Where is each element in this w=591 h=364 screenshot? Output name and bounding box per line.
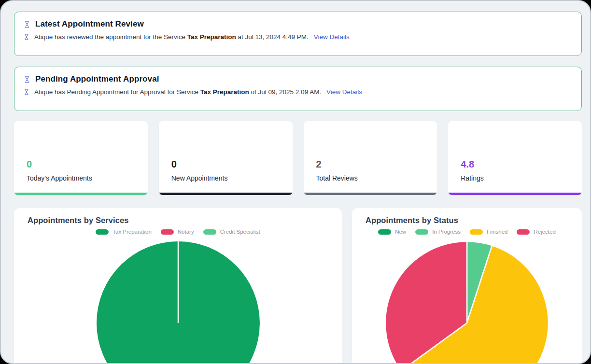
legend-item[interactable]: Credit Specialist	[203, 229, 260, 235]
status-pie-chart	[384, 240, 550, 364]
legend-swatch	[470, 229, 483, 235]
legend-label: Tax Preparation	[113, 229, 152, 235]
services-pie-chart	[95, 240, 261, 364]
legend-item[interactable]: New	[378, 229, 406, 235]
stat-accent-bar	[448, 193, 582, 195]
legend-item[interactable]: Rejected	[517, 229, 555, 235]
charts-row: Appointments by Services Tax Preparation…	[14, 208, 582, 364]
hourglass-icon	[23, 88, 30, 96]
stat-card-total-reviews: 2 Total Reviews	[304, 121, 437, 195]
legend-label: Notary	[178, 229, 194, 235]
appointments-by-status-card: Appointments by Status NewIn ProgressFin…	[352, 208, 582, 364]
legend-label: Rejected	[534, 229, 555, 235]
legend-label: Credit Specialist	[220, 229, 260, 235]
hourglass-icon	[23, 75, 31, 84]
dashboard-content: Latest Appointment Review Atique has rev…	[14, 1, 582, 364]
service-name: Tax Preparation	[187, 33, 236, 41]
legend-item[interactable]: Finished	[470, 229, 507, 235]
legend-item[interactable]: In Progress	[415, 229, 461, 235]
stat-label: Today's Appointments	[27, 174, 148, 182]
legend-swatch	[203, 229, 216, 235]
legend-item[interactable]: Tax Preparation	[96, 229, 152, 235]
stat-accent-bar	[159, 193, 293, 195]
stat-accent-bar	[304, 193, 437, 195]
chart-title: Appointments by Status	[366, 216, 582, 225]
view-details-link[interactable]: View Details	[314, 33, 350, 41]
stat-label: Ratings	[461, 174, 582, 182]
stat-value: 4.8	[461, 158, 582, 170]
service-name: Tax Preparation	[200, 88, 249, 96]
legend-label: New	[395, 229, 406, 235]
pending-appointment-approval-banner: Pending Appointment Approval Atique has …	[14, 67, 582, 111]
stat-accent-bar	[14, 193, 148, 195]
dashboard-window: Latest Appointment Review Atique has rev…	[0, 0, 591, 364]
chart-legend: Tax PreparationNotaryCredit Specialist	[14, 228, 342, 235]
hourglass-icon	[23, 20, 31, 28]
stats-row: 0 Today's Appointments 0 New Appointment…	[14, 121, 582, 195]
banner-message: Atique has Pending Appointment for Appro…	[34, 88, 362, 96]
banner-message: Atique has reviewed the appointment for …	[34, 33, 350, 41]
latest-appointment-review-banner: Latest Appointment Review Atique has rev…	[14, 12, 582, 56]
legend-label: Finished	[487, 229, 507, 235]
hourglass-icon	[23, 33, 30, 41]
legend-swatch	[96, 229, 109, 235]
legend-item[interactable]: Notary	[161, 229, 194, 235]
view-details-link[interactable]: View Details	[326, 88, 362, 96]
legend-swatch	[517, 229, 530, 235]
stat-value: 0	[27, 158, 148, 170]
banner-title: Latest Appointment Review	[35, 19, 144, 29]
stat-label: Total Reviews	[316, 174, 437, 182]
banner-title: Pending Appointment Approval	[35, 74, 159, 84]
legend-swatch	[161, 229, 174, 235]
stat-card-new-appointments: 0 New Appointments	[159, 121, 293, 195]
stat-value: 2	[316, 158, 437, 170]
stat-card-todays-appointments: 0 Today's Appointments	[14, 121, 148, 195]
chart-legend: NewIn ProgressFinishedRejected	[352, 228, 582, 235]
stat-label: New Appointments	[171, 174, 293, 182]
legend-swatch	[378, 229, 391, 235]
stat-card-ratings: 4.8 Ratings	[448, 121, 582, 195]
appointments-by-services-card: Appointments by Services Tax Preparation…	[14, 208, 342, 364]
legend-swatch	[415, 229, 428, 235]
legend-label: In Progress	[432, 229, 461, 235]
stat-value: 0	[171, 158, 293, 170]
chart-title: Appointments by Services	[28, 216, 342, 225]
